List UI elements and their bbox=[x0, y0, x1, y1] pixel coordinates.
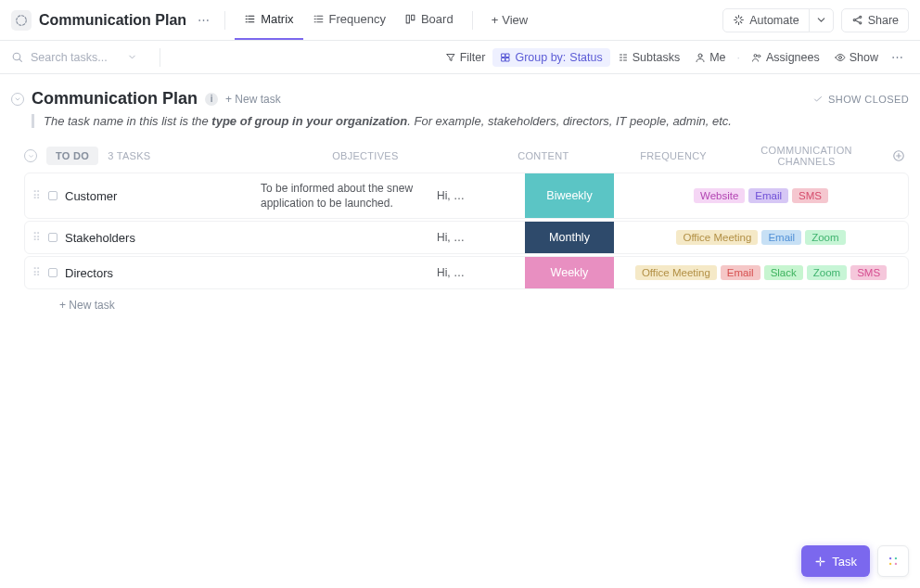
svg-rect-7 bbox=[502, 54, 505, 58]
automate-chevron[interactable] bbox=[809, 8, 834, 32]
separator: · bbox=[737, 51, 740, 64]
new-task-link[interactable]: + New task bbox=[225, 93, 281, 106]
channel-tag[interactable]: Zoom bbox=[807, 265, 847, 280]
show-closed-label: SHOW CLOSED bbox=[828, 94, 909, 105]
new-task-row[interactable]: + New task bbox=[24, 291, 909, 319]
subtasks-icon bbox=[618, 52, 629, 63]
channel-tag[interactable]: Zoom bbox=[805, 230, 845, 245]
objectives-cell[interactable] bbox=[253, 257, 429, 288]
svg-point-12 bbox=[754, 54, 757, 57]
user-icon bbox=[695, 52, 706, 63]
automate-button[interactable]: Automate bbox=[722, 8, 810, 32]
me-label: Me bbox=[709, 51, 725, 64]
show-closed-toggle[interactable]: SHOW CLOSED bbox=[812, 94, 909, 105]
collapse-toggle[interactable] bbox=[11, 93, 24, 106]
toolbar-more-icon[interactable]: ⋯ bbox=[886, 50, 909, 64]
me-button[interactable]: Me bbox=[687, 48, 733, 67]
tab-label: Frequency bbox=[329, 12, 386, 26]
title-more-icon[interactable]: ⋯ bbox=[192, 13, 215, 27]
drag-handle-icon[interactable]: ⠿ bbox=[32, 231, 41, 244]
frequency-cell[interactable]: Biweekly bbox=[525, 173, 614, 218]
task-name[interactable]: Directors bbox=[65, 266, 113, 280]
add-column-button[interactable] bbox=[888, 146, 909, 166]
objectives-cell[interactable]: To be informed about the snew applicatio… bbox=[253, 173, 429, 218]
status-square[interactable] bbox=[48, 191, 58, 200]
channels-cell[interactable]: Office MeetingEmailZoom bbox=[614, 222, 908, 253]
tab-frequency[interactable]: Frequency bbox=[303, 0, 395, 40]
group-by-value: Status bbox=[569, 51, 602, 64]
filter-icon bbox=[445, 52, 456, 63]
drag-handle-icon[interactable]: ⠿ bbox=[32, 189, 41, 202]
list-description: The task name in this list is the type o… bbox=[32, 114, 909, 128]
desc-pre: The task name in this list is the bbox=[44, 114, 211, 128]
search-input[interactable] bbox=[29, 50, 121, 65]
channel-tag[interactable]: Office Meeting bbox=[676, 230, 758, 245]
chevron-down-icon[interactable] bbox=[127, 52, 137, 62]
channel-tag[interactable]: Website bbox=[694, 188, 745, 203]
channel-tag[interactable]: Email bbox=[748, 188, 788, 203]
show-button[interactable]: Show bbox=[827, 48, 886, 67]
channels-cell[interactable]: WebsiteEmailSMS bbox=[614, 173, 908, 218]
divider bbox=[160, 48, 160, 67]
apps-fab[interactable] bbox=[877, 545, 909, 577]
svg-point-11 bbox=[698, 54, 702, 58]
check-icon bbox=[812, 94, 824, 105]
svg-point-19 bbox=[895, 563, 897, 565]
list-title: Communication Plan bbox=[32, 89, 198, 109]
column-frequency[interactable]: FREQUENCY bbox=[622, 150, 724, 161]
channel-tag[interactable]: Slack bbox=[764, 265, 803, 280]
share-button[interactable]: Share bbox=[841, 8, 909, 32]
channel-tag[interactable]: SMS bbox=[792, 188, 828, 203]
svg-point-17 bbox=[895, 557, 897, 559]
column-objectives[interactable]: OBJECTIVES bbox=[332, 150, 508, 161]
content-cell[interactable]: Hi , … bbox=[429, 222, 525, 253]
svg-rect-2 bbox=[412, 15, 415, 19]
assignees-button[interactable]: Assignees bbox=[744, 48, 827, 67]
task-name[interactable]: Customer bbox=[65, 189, 117, 203]
frequency-cell[interactable]: Weekly bbox=[525, 257, 614, 288]
share-label: Share bbox=[868, 14, 899, 27]
content-cell[interactable]: Hi , … bbox=[429, 257, 525, 288]
table-row[interactable]: ⠿ Directors Hi , … Weekly Office Meeting… bbox=[24, 256, 909, 289]
svg-point-13 bbox=[758, 55, 760, 58]
group-icon bbox=[500, 52, 511, 63]
tab-board[interactable]: Board bbox=[395, 0, 463, 40]
status-square[interactable] bbox=[48, 268, 58, 277]
table-row[interactable]: ⠿ Stakeholders Hi , … Monthly Office Mee… bbox=[24, 221, 909, 254]
group-by-button[interactable]: Group by: Status bbox=[492, 48, 609, 67]
content-cell[interactable]: Hi , … bbox=[429, 173, 525, 218]
info-icon[interactable]: i bbox=[205, 93, 218, 106]
divider bbox=[224, 11, 225, 30]
group-collapse-toggle[interactable] bbox=[24, 149, 37, 162]
frequency-cell[interactable]: Monthly bbox=[525, 222, 614, 253]
filter-button[interactable]: Filter bbox=[438, 48, 493, 67]
objectives-cell[interactable] bbox=[253, 222, 429, 253]
drag-handle-icon[interactable]: ⠿ bbox=[32, 266, 41, 279]
fab-label: Task bbox=[832, 555, 857, 569]
status-square[interactable] bbox=[48, 233, 58, 242]
channel-tag[interactable]: Email bbox=[721, 265, 760, 280]
new-task-fab[interactable]: Task bbox=[801, 545, 870, 577]
group-by-label: Group by: bbox=[515, 51, 566, 64]
channels-cell[interactable]: Office MeetingEmailSlackZoomSMS bbox=[614, 257, 908, 288]
channel-tag[interactable]: Office Meeting bbox=[635, 265, 717, 280]
add-view-button[interactable]: + View bbox=[482, 13, 538, 27]
users-icon bbox=[751, 52, 762, 63]
grid-icon bbox=[887, 555, 900, 568]
channel-tag[interactable]: SMS bbox=[850, 265, 887, 280]
column-channels[interactable]: COMMUNICATION CHANNELS bbox=[734, 145, 879, 167]
automate-label: Automate bbox=[749, 14, 799, 27]
column-content[interactable]: CONTENT bbox=[518, 150, 613, 161]
chevron-down-icon bbox=[815, 14, 827, 26]
table-row[interactable]: ⠿ Customer To be informed about the snew… bbox=[24, 173, 909, 219]
subtasks-button[interactable]: Subtasks bbox=[610, 48, 687, 67]
channel-tag[interactable]: Email bbox=[761, 230, 801, 245]
search-area bbox=[11, 50, 150, 65]
sparkle-icon bbox=[814, 556, 826, 568]
status-pill[interactable]: TO DO bbox=[46, 147, 98, 165]
tab-matrix[interactable]: Matrix bbox=[235, 0, 302, 40]
svg-rect-1 bbox=[406, 15, 409, 23]
list-view-icon bbox=[244, 13, 256, 25]
list-view-icon bbox=[313, 13, 325, 25]
task-name[interactable]: Stakeholders bbox=[65, 231, 135, 245]
